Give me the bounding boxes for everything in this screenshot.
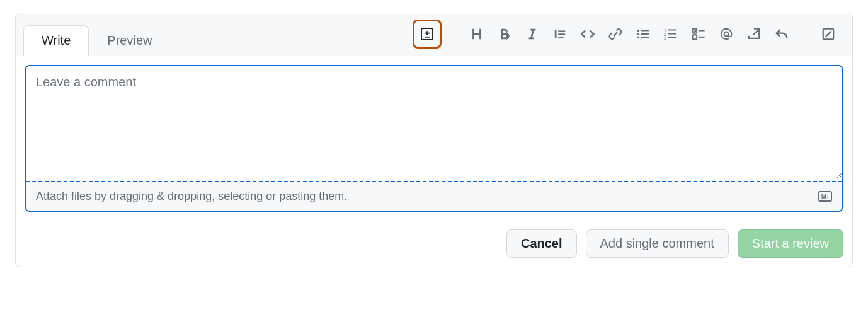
tab-write[interactable]: Write bbox=[23, 25, 89, 57]
comment-form: Write Preview bbox=[15, 13, 853, 267]
action-buttons: Cancel Add single comment Start a review bbox=[16, 221, 852, 267]
heading-icon[interactable] bbox=[465, 23, 488, 45]
italic-icon[interactable] bbox=[521, 23, 544, 45]
svg-rect-13 bbox=[668, 29, 676, 30]
comment-textarea[interactable] bbox=[26, 66, 842, 178]
svg-rect-18 bbox=[692, 35, 697, 39]
reply-icon[interactable] bbox=[770, 23, 793, 45]
markdown-icon[interactable]: M↓ bbox=[818, 191, 832, 202]
quote-icon[interactable] bbox=[549, 23, 571, 45]
svg-point-6 bbox=[637, 37, 640, 39]
toolbar: 123 bbox=[394, 20, 845, 56]
svg-rect-7 bbox=[641, 30, 649, 32]
header-bar: Write Preview bbox=[16, 13, 852, 56]
mention-icon[interactable] bbox=[715, 23, 738, 45]
code-icon[interactable] bbox=[576, 23, 599, 45]
svg-point-5 bbox=[637, 33, 640, 35]
svg-text:3: 3 bbox=[664, 36, 666, 40]
attach-hint-bar[interactable]: Attach files by dragging & dropping, sel… bbox=[26, 181, 842, 211]
add-single-comment-button[interactable]: Add single comment bbox=[586, 229, 729, 258]
svg-point-4 bbox=[637, 30, 640, 32]
task-list-icon[interactable] bbox=[687, 23, 710, 45]
unordered-list-icon[interactable] bbox=[632, 23, 654, 45]
svg-rect-9 bbox=[641, 37, 649, 38]
editor-area: Attach files by dragging & dropping, sel… bbox=[16, 56, 852, 221]
cross-reference-icon[interactable] bbox=[743, 23, 765, 45]
textarea-wrapper: Attach files by dragging & dropping, sel… bbox=[25, 65, 843, 212]
start-review-button[interactable]: Start a review bbox=[738, 229, 843, 258]
attach-hint-text: Attach files by dragging & dropping, sel… bbox=[36, 190, 347, 203]
ordered-list-icon[interactable]: 123 bbox=[660, 23, 682, 45]
cancel-button[interactable]: Cancel bbox=[506, 229, 577, 258]
svg-rect-8 bbox=[641, 33, 649, 35]
suggestion-icon[interactable] bbox=[413, 20, 442, 49]
tab-preview[interactable]: Preview bbox=[89, 25, 170, 56]
svg-rect-15 bbox=[668, 37, 676, 38]
bold-icon[interactable] bbox=[493, 23, 516, 45]
svg-point-20 bbox=[724, 32, 729, 37]
svg-rect-14 bbox=[668, 33, 676, 35]
fullscreen-icon[interactable] bbox=[817, 23, 840, 45]
tabs: Write Preview bbox=[23, 25, 170, 56]
link-icon[interactable] bbox=[604, 23, 627, 45]
svg-line-22 bbox=[826, 32, 831, 37]
